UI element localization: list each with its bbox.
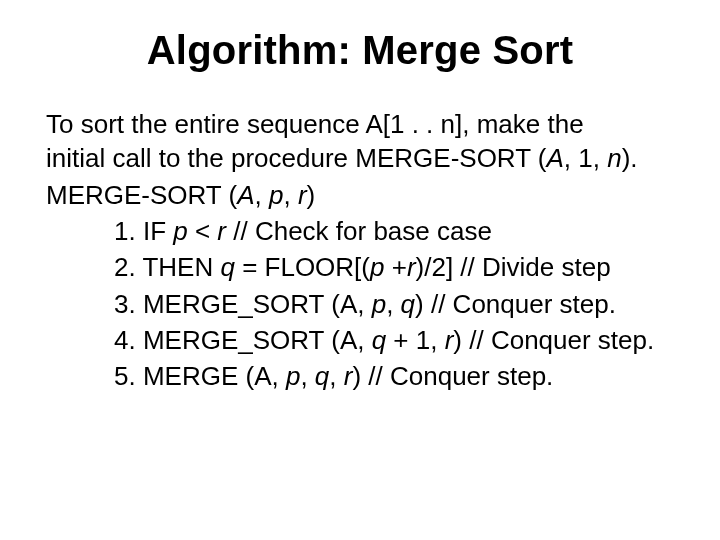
s5-pre: 5. MERGE (A, [114, 361, 286, 391]
s4-post: ) // Conquer step. [453, 325, 654, 355]
s5-c2: , [329, 361, 343, 391]
s2-pre: 2. THEN [114, 252, 220, 282]
s1-post: // Check for base case [226, 216, 492, 246]
sig-c1: , [255, 180, 269, 210]
s2-mid2: + [384, 252, 406, 282]
intro-line-2-mid: , 1, [564, 143, 607, 173]
s4-pre: 4. MERGE_SORT (A, [114, 325, 372, 355]
sig-var-A: A [237, 180, 254, 210]
sig-post: ) [307, 180, 316, 210]
s3-c: , [386, 289, 400, 319]
s3-var-p: p [372, 289, 386, 319]
step-2: 2. THEN q = FLOOR[(p +r)/2] // Divide st… [114, 250, 674, 284]
s3-post: ) // Conquer step. [415, 289, 616, 319]
intro-line-2-post: ). [622, 143, 638, 173]
intro-line-2-pre: initial call to the procedure MERGE-SORT… [46, 143, 546, 173]
sig-c2: , [283, 180, 297, 210]
s2-var-p: p [370, 252, 384, 282]
step-1: 1. IF p < r // Check for base case [114, 214, 674, 248]
step-5: 5. MERGE (A, p, q, r) // Conquer step. [114, 359, 674, 393]
s2-mid1: = FLOOR[( [235, 252, 370, 282]
steps-list: 1. IF p < r // Check for base case 2. TH… [46, 214, 674, 394]
s1-var-p: p [173, 216, 187, 246]
s5-post: ) // Conquer step. [352, 361, 553, 391]
s3-pre: 3. MERGE_SORT (A, [114, 289, 372, 319]
intro-var-A: A [546, 143, 563, 173]
sig-pre: MERGE-SORT ( [46, 180, 237, 210]
intro-text: To sort the entire sequence A[1 . . n], … [46, 107, 674, 176]
slide-title: Algorithm: Merge Sort [46, 28, 674, 73]
s5-var-q: q [315, 361, 329, 391]
sig-var-r: r [298, 180, 307, 210]
s5-c1: , [300, 361, 314, 391]
s3-var-q: q [401, 289, 415, 319]
intro-var-n: n [607, 143, 621, 173]
sig-var-p: p [269, 180, 283, 210]
s4-var-q: q [372, 325, 386, 355]
s1-var-r: r [217, 216, 226, 246]
s4-mid: + 1, [386, 325, 445, 355]
step-4: 4. MERGE_SORT (A, q + 1, r) // Conquer s… [114, 323, 674, 357]
s2-var-r: r [407, 252, 416, 282]
s1-mid: < [188, 216, 218, 246]
s2-var-q: q [220, 252, 234, 282]
step-3: 3. MERGE_SORT (A, p, q) // Conquer step. [114, 287, 674, 321]
s1-pre: 1. IF [114, 216, 173, 246]
slide: Algorithm: Merge Sort To sort the entire… [0, 0, 720, 540]
s2-post: )/2] // Divide step [416, 252, 611, 282]
intro-line-1: To sort the entire sequence A[1 . . n], … [46, 109, 584, 139]
s5-var-p: p [286, 361, 300, 391]
slide-body: To sort the entire sequence A[1 . . n], … [46, 107, 674, 394]
procedure-signature: MERGE-SORT (A, p, r) [46, 178, 674, 212]
